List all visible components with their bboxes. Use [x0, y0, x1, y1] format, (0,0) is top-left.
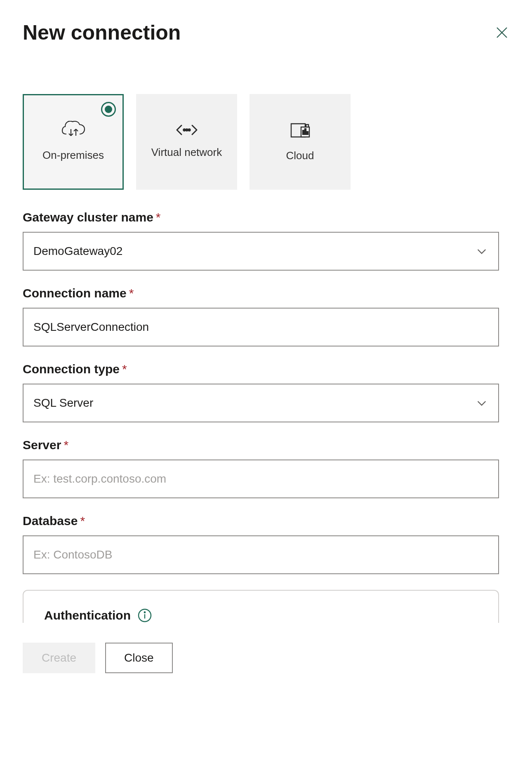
create-button[interactable]: Create [23, 643, 95, 673]
connection-name-input[interactable] [23, 308, 499, 346]
gateway-select[interactable]: DemoGateway02 [23, 232, 499, 271]
chevron-down-icon [475, 245, 488, 258]
info-icon[interactable] [137, 608, 152, 623]
tile-label: Virtual network [151, 145, 222, 160]
tile-cloud[interactable]: Cloud [250, 94, 351, 190]
connection-type-select[interactable]: SQL Server [23, 384, 499, 422]
svg-rect-5 [303, 130, 304, 134]
close-icon[interactable] [494, 25, 509, 40]
connection-type-label: Connection type* [23, 362, 509, 376]
connection-type-value: SQL Server [33, 396, 93, 410]
tile-label: Cloud [286, 148, 314, 163]
tile-label: On-premises [42, 148, 104, 163]
close-button[interactable]: Close [105, 643, 173, 673]
svg-point-2 [183, 129, 185, 131]
svg-point-3 [186, 129, 187, 131]
dialog-title: New connection [23, 21, 181, 45]
svg-rect-6 [305, 129, 306, 134]
cloud-db-icon [289, 120, 312, 141]
connection-name-label: Connection name* [23, 286, 509, 300]
svg-rect-7 [307, 132, 308, 134]
radio-selected-icon [101, 102, 116, 117]
server-label: Server* [23, 438, 509, 452]
tile-on-premises[interactable]: On-premises [23, 94, 124, 190]
database-label: Database* [23, 514, 509, 528]
authentication-title: Authentication [44, 608, 131, 622]
server-input[interactable] [23, 460, 499, 498]
authentication-section: Authentication [23, 590, 499, 623]
connection-type-tiles: On-premises Virtual network Cloud [23, 94, 509, 190]
svg-point-4 [188, 129, 190, 131]
gateway-label: Gateway cluster name* [23, 210, 509, 224]
cloud-sync-icon [61, 121, 85, 141]
chevron-down-icon [475, 396, 488, 410]
svg-point-10 [144, 612, 145, 613]
gateway-value: DemoGateway02 [33, 245, 122, 258]
tile-virtual-network[interactable]: Virtual network [136, 94, 237, 190]
database-input[interactable] [23, 535, 499, 574]
network-icon [175, 124, 199, 138]
